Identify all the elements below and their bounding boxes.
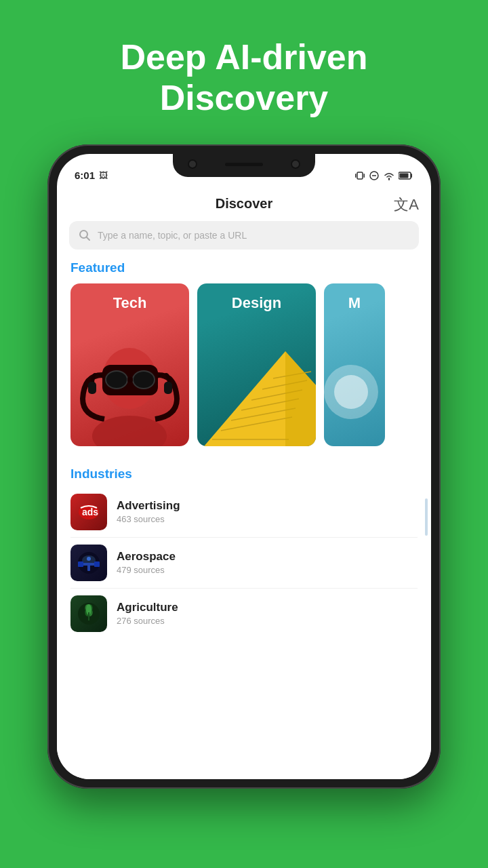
industry-item-advertising[interactable]: ads Advertising 463 sources <box>70 487 418 538</box>
notch-speaker <box>225 163 263 166</box>
notch-camera-left <box>188 159 197 169</box>
m-card-label: M <box>324 294 385 312</box>
featured-section: Featured Tech <box>57 259 431 446</box>
app-content: Discover 文A Type a name, topic, or paste… <box>57 186 431 779</box>
featured-cards-row[interactable]: Tech <box>57 283 431 446</box>
tech-card-label: Tech <box>70 294 189 312</box>
design-visual <box>197 311 316 446</box>
svg-rect-34 <box>87 564 90 571</box>
svg-point-33 <box>87 557 91 561</box>
tech-visual <box>70 311 189 446</box>
notch-camera-right <box>291 159 300 169</box>
photo-icon: 🖼 <box>99 170 108 180</box>
phone-screen: 6:01 🖼 <box>57 154 431 779</box>
notch <box>173 154 315 177</box>
industries-label: Industries <box>70 467 418 481</box>
search-placeholder-text: Type a name, topic, or paste a URL <box>98 230 247 241</box>
phone-mockup: 6:01 🖼 <box>47 144 441 789</box>
industry-thumb-aerospace <box>70 545 107 581</box>
svg-rect-2 <box>364 174 365 178</box>
m-card-visual <box>324 351 385 433</box>
scroll-hint <box>425 498 428 536</box>
industries-section: Industries ads Adverti <box>57 453 431 639</box>
app-header: Discover 文A <box>57 186 431 218</box>
svg-point-11 <box>106 371 127 389</box>
svg-rect-15 <box>88 382 96 394</box>
svg-rect-16 <box>164 382 172 394</box>
industry-item-aerospace[interactable]: Aerospace 479 sources <box>70 538 418 589</box>
industry-sources-advertising: 463 sources <box>117 514 180 524</box>
status-time: 6:01 <box>75 170 95 181</box>
status-icons <box>354 170 413 181</box>
industry-info-aerospace: Aerospace 479 sources <box>117 550 176 575</box>
svg-rect-31 <box>78 561 83 567</box>
industry-thumb-agriculture <box>70 595 107 632</box>
industry-name-advertising: Advertising <box>117 499 180 513</box>
search-icon <box>79 229 91 241</box>
industry-name-agriculture: Agriculture <box>117 601 178 614</box>
industry-item-agriculture[interactable]: Agriculture 276 sources <box>70 589 418 639</box>
design-card-label: Design <box>197 294 316 312</box>
featured-card-tech[interactable]: Tech <box>70 283 189 446</box>
dnd-icon <box>369 170 380 181</box>
svg-rect-1 <box>355 174 357 178</box>
svg-rect-32 <box>94 561 100 567</box>
vibrate-icon <box>354 170 365 181</box>
svg-marker-25 <box>285 351 316 446</box>
svg-line-8 <box>87 237 90 240</box>
industry-thumb-advertising: ads <box>70 494 107 530</box>
featured-label: Featured <box>57 259 431 283</box>
translate-button[interactable]: 文A <box>394 195 419 215</box>
industry-sources-agriculture: 276 sources <box>117 616 178 626</box>
hero-title: Deep AI-driven Discovery <box>61 37 427 119</box>
app-header-title: Discover <box>216 196 273 212</box>
wifi-icon <box>383 171 395 180</box>
hero-section: Deep AI-driven Discovery 6:01 🖼 <box>0 0 488 789</box>
featured-card-m[interactable]: M <box>324 283 385 446</box>
featured-card-design[interactable]: Design <box>197 283 316 446</box>
svg-rect-0 <box>357 172 363 179</box>
svg-rect-39 <box>88 612 89 620</box>
industry-info-agriculture: Agriculture 276 sources <box>117 601 178 626</box>
svg-rect-6 <box>400 173 409 178</box>
industry-name-aerospace: Aerospace <box>117 550 176 564</box>
battery-icon <box>399 172 413 180</box>
phone-shell: 6:01 🖼 <box>47 144 441 789</box>
industry-info-advertising: Advertising 463 sources <box>117 499 180 524</box>
industry-sources-aerospace: 479 sources <box>117 565 176 575</box>
search-bar[interactable]: Type a name, topic, or paste a URL <box>69 221 419 250</box>
svg-point-12 <box>133 371 155 389</box>
svg-rect-13 <box>127 377 133 382</box>
